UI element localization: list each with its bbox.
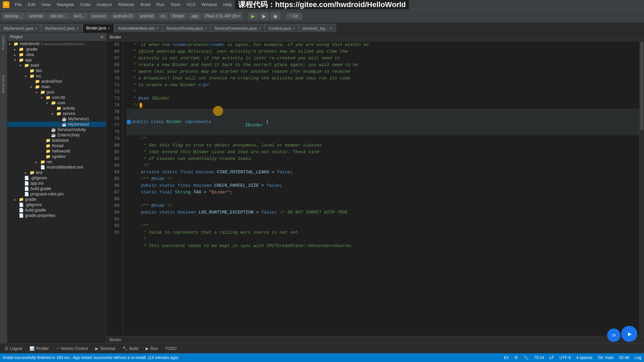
project-icon[interactable]: Project (2, 36, 5, 50)
menu-navigate[interactable]: Navigate (54, 1, 76, 8)
tree-build[interactable]: ▾ 📁 build (7, 63, 106, 68)
tree-service[interactable]: ▾ 📁 service (7, 111, 106, 116)
tree-buildgradle2[interactable]: 📄 build.gradle (7, 207, 106, 213)
git-button[interactable]: ⑂ Git: (286, 13, 302, 19)
tree-core[interactable]: ▾ 📁 core (7, 100, 106, 106)
toolbar-develop[interactable]: develop... (1, 13, 25, 19)
tab-serviceconnection-close[interactable]: ✕ (258, 26, 261, 30)
tree-androidmanifest[interactable]: 📄 AndroidManifest.xml (7, 165, 106, 170)
status-position[interactable]: 75:14 (534, 355, 544, 360)
menu-view[interactable]: View (39, 1, 53, 8)
toolbar-os[interactable]: os (158, 13, 168, 19)
tree-src[interactable]: ▾ 📁 src (7, 73, 106, 79)
toolbar-device[interactable]: Pixel 3 XL API 29 ▾ (203, 13, 243, 19)
tree-enteractivity[interactable]: ☕ EnterActivity (7, 132, 106, 138)
menu-analyze[interactable]: Analyze (94, 1, 115, 8)
debug-button[interactable]: ▶ (259, 12, 269, 20)
tree-helloworld[interactable]: ▾ 📁 HelloWorld D:\workspace\ttfit\androi… (7, 41, 106, 47)
menu-vcs[interactable]: VCS (184, 1, 198, 8)
status-lang[interactable]: En (504, 355, 509, 360)
tab-profiler[interactable]: 📊 Profiler (26, 345, 52, 353)
tree-java[interactable]: ▾ 📁 java (7, 89, 106, 95)
tree-service2activity[interactable]: ☕ Service2Activity (7, 127, 106, 132)
tree-myservice2[interactable]: ☕ MyService2 (7, 122, 106, 127)
menu-build[interactable]: Build (138, 1, 153, 8)
tree-activity[interactable]: 📁 activity (7, 106, 106, 111)
toolbar-sdk[interactable]: sdk-too... (47, 13, 69, 19)
menu-code[interactable]: Code (77, 1, 93, 8)
code-editor[interactable]: * it when the <code>process</code> is ag… (123, 42, 639, 336)
structure-icon[interactable]: Structure (2, 75, 5, 93)
tab-androidmanifest[interactable]: AndroidManifest.xml ✕ (114, 24, 162, 33)
tree-test[interactable]: ▸ 📁 test (7, 170, 106, 175)
status-git[interactable]: Git: main (598, 355, 614, 360)
status-tool[interactable]: 🔧 (524, 355, 529, 360)
menu-help[interactable]: Help (220, 1, 235, 8)
tree-main[interactable]: ▾ 📁 main (7, 84, 106, 89)
status-time[interactable]: 02:48 (619, 355, 629, 360)
tree-thread[interactable]: 📁 thread (7, 143, 106, 148)
tab-androidmanifest-close[interactable]: ✕ (156, 26, 159, 30)
tab-run[interactable]: ▶ Run (142, 345, 161, 353)
tree-appiml[interactable]: 📄 app.iml (7, 181, 106, 186)
status-indent[interactable]: 4 spaces (576, 355, 592, 360)
tree-taskstack[interactable]: 📁 taskstack (7, 138, 106, 143)
menu-file[interactable]: File (12, 1, 24, 8)
menu-tools[interactable]: Tools (168, 1, 183, 8)
tab-version-control[interactable]: ⑂ Version Control (53, 345, 91, 353)
tree-gradle[interactable]: ▸ 📁 .gradle (7, 47, 106, 52)
tree-gitignore[interactable]: 📄 .gitignore (7, 175, 106, 181)
tree-gitignore2[interactable]: 📄 .gitignore (7, 202, 106, 207)
profile-button[interactable]: ◉ (270, 12, 280, 20)
tab-service2lay[interactable]: service2_lay... ✕ (299, 24, 336, 33)
toolbar-wifi[interactable]: wi-fi... (71, 13, 87, 19)
tab-context-close[interactable]: ✕ (292, 26, 295, 30)
tree-libs[interactable]: 📁 libs (7, 68, 106, 73)
menu-edit[interactable]: Edit (25, 1, 38, 8)
toolbar-android29[interactable]: android-29 (110, 13, 136, 19)
tab-myservice2-close[interactable]: ✕ (76, 26, 79, 30)
status-log[interactable]: Log (635, 355, 641, 360)
tab-myservice1[interactable]: MyService1.java ✕ (0, 24, 41, 33)
tree-myservice1[interactable]: ☕ MyService1 (7, 116, 106, 122)
toolbar-binder[interactable]: Binder (169, 13, 187, 19)
menu-window[interactable]: Window (199, 1, 220, 8)
tree-gradle2[interactable]: ▸ 📁 gradle (7, 197, 106, 202)
play-button[interactable] (621, 326, 637, 342)
avatar[interactable]: 24 (607, 328, 621, 342)
run-button[interactable]: ▶ (248, 12, 258, 20)
status-linefeed[interactable]: LF (549, 355, 554, 360)
tab-build[interactable]: 🔨 Build (119, 345, 142, 353)
tab-binder-close[interactable]: ✕ (108, 26, 110, 30)
menu-run[interactable]: Run (154, 1, 167, 8)
tab-logcat[interactable]: ☰ Logcat (1, 345, 25, 353)
tab-myservice2[interactable]: MyService2.java ✕ (41, 24, 83, 33)
tab-service2activity[interactable]: Service2Activity.java ✕ (162, 24, 211, 33)
tree-idea[interactable]: ▸ 📁 .idea (7, 52, 106, 57)
tab-todo[interactable]: TODO (162, 345, 180, 353)
status-encoding[interactable]: UTF-8 (559, 355, 571, 360)
toolbar-android2[interactable]: android (137, 13, 156, 19)
tree-helloworld2[interactable]: 📁 helloworld (7, 148, 106, 154)
tab-context[interactable]: Context.java ✕ (265, 24, 299, 33)
tree-comttit[interactable]: ▾ 📁 com.ttit (7, 95, 106, 100)
menu-refactor[interactable]: Refactor (115, 1, 137, 8)
tree-androidtest[interactable]: 📁 androidTest (7, 79, 106, 84)
toolbar-sources[interactable]: sources (89, 13, 109, 19)
tab-service2lay-close[interactable]: ✕ (330, 26, 332, 30)
tree-xgvideo[interactable]: 📁 xgvideo (7, 154, 106, 159)
tab-service2activity-close[interactable]: ✕ (204, 26, 207, 30)
project-settings-icon[interactable]: ⚙ (101, 34, 103, 40)
tab-terminal[interactable]: ▶ Terminal (92, 345, 118, 353)
tab-binder[interactable]: Binder.java ✕ (83, 24, 114, 33)
code-container[interactable]: 65 66 67 68 69 70 71 72 73 74 75 76 77 7… (106, 42, 644, 336)
tree-proguard[interactable]: 📄 proguard-rules.pro (7, 191, 106, 197)
status-half[interactable]: 半 (514, 355, 518, 361)
tree-app[interactable]: ▾ 📁 app (7, 57, 106, 63)
tab-serviceconnection[interactable]: ServiceConnection.java ✕ (211, 24, 265, 33)
tree-buildgradle[interactable]: 📄 build.gradle (7, 186, 106, 191)
tree-res[interactable]: ▸ 📁 res (7, 159, 106, 165)
toolbar-app[interactable]: app (189, 13, 201, 19)
tree-gradleprops[interactable]: 📄 gradle.properties (7, 213, 106, 218)
tab-myservice1-close[interactable]: ✕ (35, 26, 38, 30)
